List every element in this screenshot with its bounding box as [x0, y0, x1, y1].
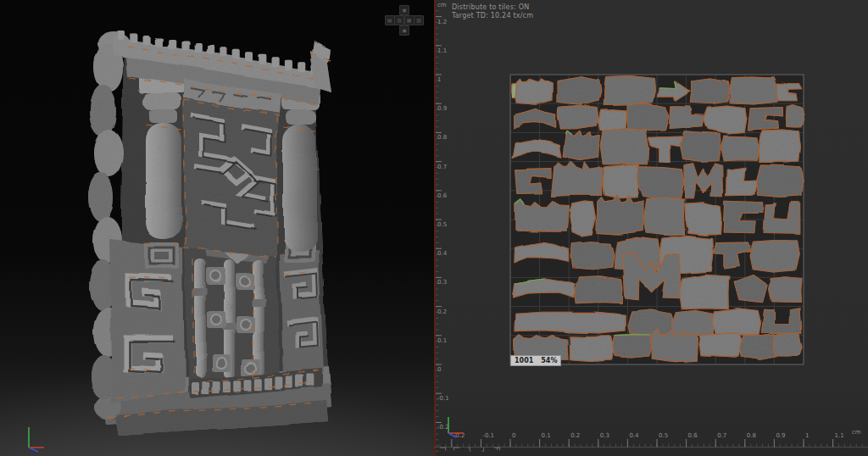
uv-island[interactable]: [627, 103, 670, 131]
uv-island[interactable]: [699, 334, 742, 357]
uv-island[interactable]: [704, 106, 747, 133]
ruler-label: 0.8: [747, 432, 756, 439]
uv-island[interactable]: [570, 336, 613, 362]
uv-island[interactable]: [604, 76, 655, 105]
3d-viewport[interactable]: ▣▤▥▦▧▣: [0, 0, 434, 456]
ruler-label: -0.2: [437, 424, 449, 431]
uv-island[interactable]: [600, 129, 648, 164]
viewport-layout-switcher: ▣▤▥▦▧▣: [380, 2, 427, 39]
ruler-label: 0.7: [437, 164, 447, 170]
uv-island[interactable]: [685, 203, 721, 235]
ruler-label: 0.9: [437, 105, 447, 112]
footer-toolbar: ΓL⌐¬F: [438, 446, 499, 454]
uv-island[interactable]: [672, 309, 714, 336]
uv-island[interactable]: [612, 335, 653, 358]
ruler-label: cm: [852, 429, 861, 436]
ruler-label: 0: [512, 432, 515, 439]
viewport-layout-icon[interactable]: ▤: [385, 15, 395, 25]
uv-island[interactable]: [643, 197, 684, 236]
uv-island[interactable]: [576, 276, 622, 303]
uv-island[interactable]: [721, 136, 760, 160]
ruler-label: 0.3: [600, 432, 609, 439]
uv-island[interactable]: [712, 309, 760, 336]
ruler-label: -0.1: [482, 432, 494, 439]
ruler-label: 0: [437, 366, 441, 373]
ruler-label: -0.1: [437, 395, 449, 402]
footer-tool-icon[interactable]: ¬: [478, 447, 487, 453]
ruler-label: 1: [805, 432, 809, 439]
coverage-percent: 54%: [541, 357, 557, 364]
uv-island[interactable]: [760, 130, 801, 162]
uv-island[interactable]: [680, 131, 721, 161]
uv-island[interactable]: [570, 202, 596, 236]
uv-island[interactable]: [774, 333, 802, 356]
uv-island[interactable]: [570, 242, 614, 270]
model-3d-monument: [0, 0, 434, 456]
ruler-label: 0.2: [437, 309, 447, 315]
footer-tool-icon[interactable]: Γ: [437, 447, 446, 453]
viewport-layout-icon[interactable]: ▧: [414, 15, 424, 25]
ruler-label: 0.1: [437, 337, 447, 344]
uv-editor-panel[interactable]: cm1.21.110.90.80.70.60.50.40.30.20.10-0.…: [434, 0, 868, 456]
uv-island[interactable]: [730, 77, 779, 104]
uv-island[interactable]: [690, 79, 729, 104]
ruler-label: 0.7: [717, 432, 726, 439]
ruler-label: 0.6: [437, 192, 448, 199]
uv-hud: Distribute to tiles: ON Target TD: 10.24…: [452, 3, 533, 20]
uv-island[interactable]: [557, 77, 601, 104]
ruler-label: 0.5: [437, 221, 447, 228]
viewport-layout-icon[interactable]: ▦: [404, 15, 415, 25]
ruler-label: 1.1: [437, 47, 447, 54]
udim-coverage-badge: 1001 54%: [510, 355, 561, 366]
hud-target-texel-density: Target TD: 10.24 tx/cm: [452, 12, 533, 20]
uv-island[interactable]: [516, 79, 552, 104]
uv-island[interactable]: [680, 275, 729, 308]
viewport-layout-icon[interactable]: ▥: [394, 15, 404, 25]
uv-island[interactable]: [785, 105, 804, 127]
ruler-label: 1: [437, 76, 441, 83]
uv-island[interactable]: [757, 165, 803, 197]
ruler-label: 0.2: [570, 432, 580, 439]
ruler-label: 0.8: [437, 134, 447, 141]
viewport-layout-icon[interactable]: ▣: [399, 5, 409, 15]
ruler-label: 0.4: [629, 432, 639, 439]
ruler-label: 0.4: [437, 250, 448, 257]
ruler-label: 0.6: [688, 432, 698, 439]
ruler-label: 1.2: [437, 19, 447, 25]
footer-tool-icon[interactable]: L: [451, 447, 459, 453]
uv-island[interactable]: [558, 106, 598, 129]
ruler-label: cm: [437, 2, 447, 8]
ruler-label: 0.5: [659, 432, 668, 439]
viewport-layout-icon[interactable]: ▣: [399, 25, 409, 36]
footer-tool-icon[interactable]: ⌐: [465, 447, 473, 453]
uv-island[interactable]: [769, 277, 802, 303]
uv-island[interactable]: [628, 309, 675, 336]
ruler-label: 0.3: [437, 279, 447, 286]
uv-island[interactable]: [602, 165, 639, 198]
uv-island[interactable]: [739, 335, 776, 359]
hud-distribute-tiles: Distribute to tiles: ON: [452, 3, 533, 12]
uv-island[interactable]: [750, 241, 799, 273]
udim-number: 1001: [515, 357, 533, 364]
ruler-label: 0.1: [542, 432, 551, 439]
ruler-label: 0.9: [776, 432, 785, 439]
ruler-edge-line: [434, 0, 436, 456]
uv-island[interactable]: [637, 167, 684, 199]
ruler-label: 1.1: [835, 432, 844, 439]
uv-island[interactable]: [515, 312, 625, 333]
rizomuv-window: ▣▤▥▦▧▣ cm1.21.110.90.80.70.60.50.40.30.2…: [0, 0, 868, 456]
footer-tool-icon[interactable]: F: [492, 447, 500, 453]
